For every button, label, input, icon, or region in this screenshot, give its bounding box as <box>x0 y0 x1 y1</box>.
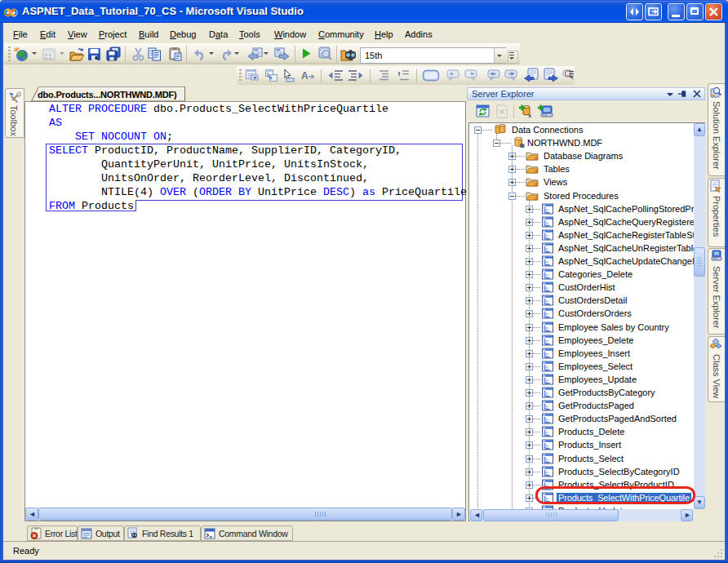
svg-text:A: A <box>301 70 309 82</box>
